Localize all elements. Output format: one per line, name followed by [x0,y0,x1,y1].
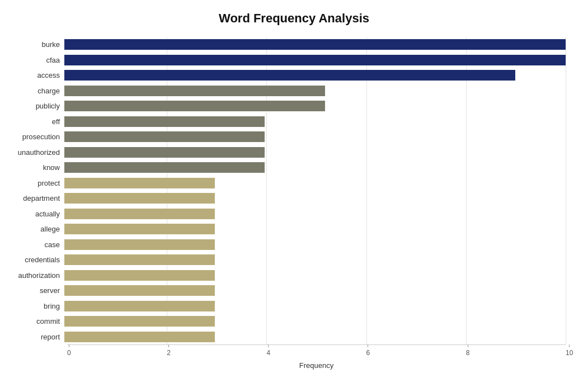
bar-fill [64,270,215,281]
bar-row: unauthorized [67,145,566,160]
bar-label: department [6,194,64,202]
bar-track [64,39,566,50]
x-tick-label: 10 [566,349,573,357]
x-tick: 4 [266,344,270,357]
bar-track [64,254,566,265]
bar-label: protect [6,179,64,187]
bar-fill [64,131,265,142]
bar-row: bring [67,299,566,314]
bar-track [64,55,566,65]
bar-track [64,285,566,296]
bar-row: credentials [67,252,566,268]
x-tick-mark [368,344,368,347]
bar-label: publicly [6,102,64,110]
bars-wrapper: burkecfaaaccesschargepubliclyeffprosecut… [67,37,566,344]
bar-track [64,332,566,342]
bar-label: commit [6,317,64,325]
x-tick-label: 4 [266,349,270,357]
bar-track [64,116,566,127]
bar-label: burke [6,40,64,49]
bar-track [64,86,566,96]
bar-label: bring [6,302,64,310]
bar-fill [64,147,265,158]
bar-row: commit [67,314,566,329]
bar-fill [64,86,325,96]
bar-label: actually [6,210,64,218]
x-tick: 8 [466,344,470,357]
bar-row: protect [67,176,566,191]
bar-fill [64,254,215,265]
bar-label: access [6,71,64,79]
x-tick-label: 0 [67,349,71,357]
bar-label: server [6,286,64,295]
bar-label: allege [6,225,64,233]
bar-track [64,209,566,219]
bar-label: charge [6,87,64,95]
bar-row: access [67,68,566,83]
x-axis-title: Frequency [67,361,566,370]
x-tick: 6 [366,344,370,357]
bar-row: report [67,329,566,345]
bar-label: report [6,333,64,341]
chart-container: Word Frequency Analysis burkecfaaaccessc… [0,0,588,392]
grid-line [566,37,566,344]
bar-fill [64,316,215,327]
bar-row: cfaa [67,53,566,68]
bar-track [64,301,566,311]
bar-label: case [6,240,64,249]
x-tick-label: 8 [466,349,470,357]
bar-row: allege [67,221,566,237]
bar-track [64,224,566,234]
x-tick-mark [468,344,468,347]
x-tick-mark [69,344,69,347]
bar-track [64,270,566,281]
bar-track [64,162,566,173]
bar-row: publicly [67,98,566,114]
bar-fill [64,55,566,65]
bar-row: burke [67,37,566,53]
x-tick-mark [268,344,269,347]
bar-fill [64,178,215,188]
x-tick: 2 [167,344,171,357]
chart-title: Word Frequency Analysis [22,11,566,26]
bar-track [64,316,566,327]
bar-row: charge [67,83,566,99]
chart-area: burkecfaaaccesschargepubliclyeffprosecut… [67,37,566,367]
bar-fill [64,224,215,234]
bar-label: prosecution [6,133,64,141]
bar-label: know [6,163,64,172]
bar-track [64,101,566,111]
bar-fill [64,332,215,342]
bar-track [64,193,566,204]
x-tick-mark [168,344,169,347]
bar-row: prosecution [67,129,566,145]
bar-label: eff [6,117,64,126]
bar-row: server [67,283,566,299]
bar-track [64,131,566,142]
x-axis: 0246810 Frequency [67,344,566,367]
bar-fill [64,301,215,311]
bar-track [64,147,566,158]
x-tick-label: 2 [167,349,171,357]
bar-fill [64,39,566,50]
x-tick: 0 [67,344,71,357]
bar-row: department [67,191,566,206]
bar-row: authorization [67,268,566,284]
x-tick-label: 6 [366,349,370,357]
bar-fill [64,285,215,296]
bar-track [64,178,566,188]
bar-label: unauthorized [6,148,64,157]
bar-fill [64,70,515,81]
bar-row: case [67,237,566,253]
bar-fill [64,101,325,111]
bar-fill [64,209,215,219]
bar-fill [64,162,265,173]
bar-label: authorization [6,271,64,280]
bar-track [64,70,566,81]
x-tick-mark [569,344,570,347]
x-tick: 10 [566,344,573,357]
bar-fill [64,116,265,127]
bar-label: credentials [6,256,64,264]
bar-fill [64,193,215,204]
bar-row: eff [67,114,566,130]
